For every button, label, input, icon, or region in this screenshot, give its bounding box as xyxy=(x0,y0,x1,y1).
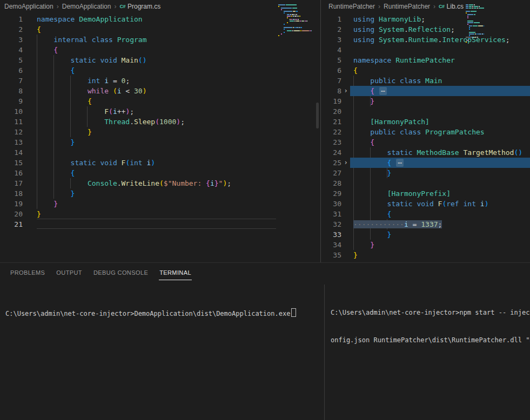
line-number[interactable]: 7 xyxy=(321,76,341,86)
line-number[interactable]: 19 xyxy=(321,96,341,106)
code-line[interactable]: [HarmonyPatch] xyxy=(350,117,530,127)
line-number[interactable]: 1 xyxy=(321,14,341,24)
code-line[interactable]: { ⋯ xyxy=(350,158,530,168)
tab-debug-console[interactable]: DEBUG CONSOLE xyxy=(93,265,149,280)
line-number[interactable]: 20 xyxy=(0,209,23,219)
code-line[interactable]: { xyxy=(350,137,530,147)
code-line[interactable]: { xyxy=(37,65,320,76)
code-area[interactable]: 1namespace DemoApplication2{3 internal c… xyxy=(0,14,320,229)
code-line[interactable]: using System.Runtime.InteropServices; xyxy=(350,35,530,45)
terminal-right[interactable]: C:\Users\admin\net-core-injector>npm sta… xyxy=(325,281,530,420)
code-line[interactable] xyxy=(37,147,320,158)
line-number[interactable]: 10 xyxy=(0,106,23,117)
fold-ellipsis[interactable]: ⋯ xyxy=(396,159,404,167)
tab-terminal[interactable]: TERMINAL xyxy=(159,265,192,280)
code-line[interactable]: } xyxy=(37,127,320,137)
code-line[interactable]: { ⋯ xyxy=(350,86,530,96)
line-number[interactable]: 27 xyxy=(321,168,341,178)
line-number[interactable]: 25 xyxy=(321,158,341,168)
code-line[interactable]: static void F(int i) xyxy=(37,158,320,168)
line-number[interactable]: 28 xyxy=(321,178,341,188)
minimap[interactable] xyxy=(278,4,312,38)
code-line[interactable]: { xyxy=(37,45,320,55)
line-number[interactable]: 5 xyxy=(0,55,23,65)
line-number[interactable]: 34 xyxy=(321,240,341,250)
line-number[interactable]: 22 xyxy=(321,127,341,137)
line-number[interactable]: 33 xyxy=(321,229,341,240)
line-number[interactable]: 21 xyxy=(0,219,23,229)
line-number[interactable]: 30 xyxy=(321,199,341,209)
code-line[interactable]: } xyxy=(350,168,530,178)
line-number[interactable]: 3 xyxy=(0,35,23,45)
code-line[interactable]: } xyxy=(37,199,320,209)
line-number[interactable]: 4 xyxy=(0,45,23,55)
line-number[interactable]: 4 xyxy=(321,45,341,55)
code-line[interactable]: } xyxy=(350,229,530,240)
code-line[interactable]: { xyxy=(350,209,530,219)
code-line[interactable]: namespace RuntimePatcher xyxy=(350,55,530,65)
line-number[interactable]: 7 xyxy=(0,76,23,86)
terminal-left[interactable]: C:\Users\admin\net-core-injector>DemoApp… xyxy=(0,281,324,420)
line-number[interactable]: 6 xyxy=(0,65,23,76)
line-number[interactable]: 20 xyxy=(321,106,341,117)
code-line[interactable]: public class Main xyxy=(350,76,530,86)
editor-splitter[interactable] xyxy=(320,0,321,262)
breadcrumb-item[interactable]: DemoApplication xyxy=(62,3,111,10)
code-line[interactable]: { xyxy=(37,168,320,178)
code-line[interactable]: using HarmonyLib; xyxy=(350,14,530,24)
code-line[interactable]: static void F(ref int i) xyxy=(350,199,530,209)
code-line[interactable]: F(i++); xyxy=(37,106,320,117)
line-number[interactable]: 32 xyxy=(321,219,341,229)
scrollbar-thumb[interactable] xyxy=(316,103,319,128)
line-number[interactable]: 18 xyxy=(0,188,23,199)
code-line[interactable]: static MethodBase TargetMethod() xyxy=(350,147,530,158)
code-line[interactable]: } xyxy=(350,240,530,250)
line-number[interactable]: 2 xyxy=(321,24,341,35)
code-line[interactable]: } xyxy=(350,250,530,260)
line-number[interactable]: 35 xyxy=(321,250,341,260)
fold-chevron-icon[interactable]: › xyxy=(341,158,350,168)
code-line[interactable]: [HarmonyPrefix] xyxy=(350,188,530,199)
breadcrumb-item[interactable]: Lib.cs xyxy=(447,3,464,10)
line-number[interactable]: 2 xyxy=(0,24,23,35)
line-number[interactable]: 8 xyxy=(0,86,23,96)
fold-chevron-icon[interactable]: › xyxy=(341,86,350,96)
fold-ellipsis[interactable]: ⋯ xyxy=(379,87,387,95)
code-line[interactable]: using System.Reflection; xyxy=(350,24,530,35)
line-number[interactable]: 11 xyxy=(0,117,23,127)
line-number[interactable]: 15 xyxy=(0,158,23,168)
breadcrumb-item[interactable]: Program.cs xyxy=(128,3,160,10)
breadcrumb-item[interactable]: RuntimePatcher xyxy=(384,3,430,10)
code-line[interactable]: { xyxy=(350,65,530,76)
tab-problems[interactable]: PROBLEMS xyxy=(10,265,45,280)
line-number[interactable]: 12 xyxy=(0,127,23,137)
line-number[interactable]: 23 xyxy=(321,137,341,147)
tab-output[interactable]: OUTPUT xyxy=(56,265,83,280)
line-number[interactable]: 3 xyxy=(321,35,341,45)
minimap[interactable] xyxy=(466,4,484,43)
line-number[interactable]: 5 xyxy=(321,55,341,65)
code-line[interactable]: while (i < 30) xyxy=(37,86,320,96)
breadcrumb-item[interactable]: RuntimePatcher xyxy=(328,3,375,10)
line-number[interactable]: 13 xyxy=(0,137,23,147)
line-number[interactable]: 1 xyxy=(0,14,23,24)
code-line[interactable]: static void Main() xyxy=(37,55,320,65)
line-number[interactable]: 17 xyxy=(0,178,23,188)
terminal-splitter[interactable] xyxy=(324,284,325,420)
code-area[interactable]: 1using HarmonyLib;2using System.Reflecti… xyxy=(321,14,530,260)
code-line[interactable]: Console.WriteLine($"Number: {i}"); xyxy=(37,178,320,188)
code-line[interactable] xyxy=(350,178,530,188)
code-line[interactable] xyxy=(350,106,530,117)
code-line[interactable]: } xyxy=(37,188,320,199)
code-line[interactable]: ············i = 1337; xyxy=(350,219,530,229)
code-line[interactable]: } xyxy=(37,209,320,219)
line-number[interactable]: 14 xyxy=(0,147,23,158)
line-number[interactable]: 31 xyxy=(321,209,341,219)
line-number[interactable]: 21 xyxy=(321,117,341,127)
line-number[interactable]: 9 xyxy=(0,96,23,106)
code-line[interactable]: } xyxy=(350,96,530,106)
code-line[interactable]: } xyxy=(37,137,320,147)
line-number[interactable]: 24 xyxy=(321,147,341,158)
breadcrumb-item[interactable]: DemoApplication xyxy=(4,3,53,10)
code-line[interactable]: { xyxy=(37,96,320,106)
